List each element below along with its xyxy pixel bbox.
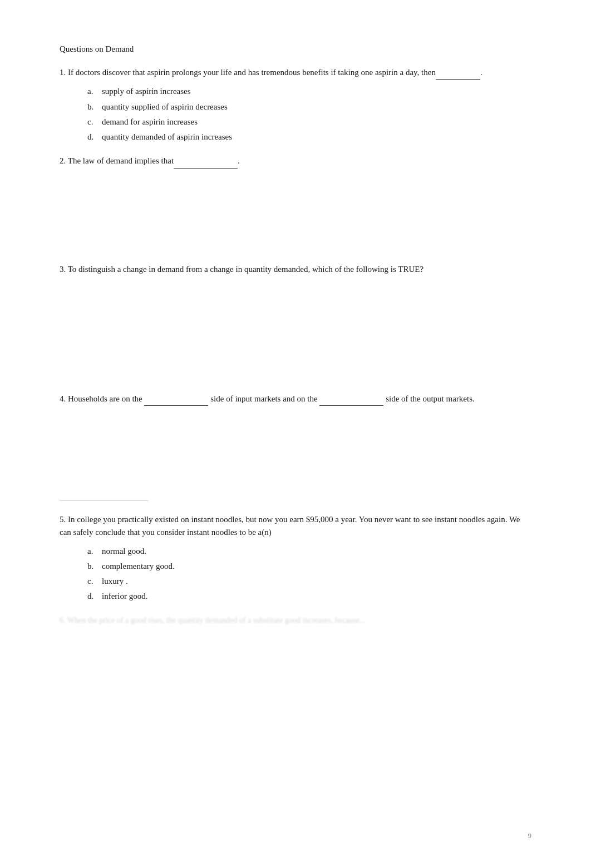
q4-blank2 xyxy=(319,393,383,406)
option-label: b. xyxy=(87,560,97,573)
page-title: Questions on Demand xyxy=(60,44,531,54)
question-5: 5. In college you practically existed on… xyxy=(60,513,531,603)
q2-text-before: 2. The law of demand implies that xyxy=(60,156,174,165)
question-5-text: 5. In college you practically existed on… xyxy=(60,513,531,539)
question-4-text: 4. Households are on the side of input m… xyxy=(60,393,531,406)
question-2: 2. The law of demand implies that . xyxy=(60,155,531,168)
option-text: demand for aspirin increases xyxy=(102,116,198,128)
option-label: d. xyxy=(87,131,97,143)
option-text: quantity demanded of aspirin increases xyxy=(102,131,232,143)
question-3-text: 3. To distinguish a change in demand fro… xyxy=(60,263,531,276)
q4-text-mid2: side of the output markets. xyxy=(386,394,475,403)
q1-blank xyxy=(436,66,480,80)
question-6-blurred: 6. When the price of a good rises, the q… xyxy=(60,614,531,627)
question-3: 3. To distinguish a change in demand fro… xyxy=(60,263,531,276)
option-label: b. xyxy=(87,101,97,113)
option-text: supply of aspirin increases xyxy=(102,85,191,98)
question-4: 4. Households are on the side of input m… xyxy=(60,393,531,406)
q1-text-after: . xyxy=(480,68,482,77)
option-text: normal good. xyxy=(102,545,146,558)
option-text: inferior good. xyxy=(102,590,147,603)
spacer-q4-q5 xyxy=(60,411,531,500)
question-2-text: 2. The law of demand implies that . xyxy=(60,155,531,168)
separator-line xyxy=(60,500,149,501)
question-1-text: 1. If doctors discover that aspirin prol… xyxy=(60,66,531,80)
q1-text-before: 1. If doctors discover that aspirin prol… xyxy=(60,68,436,77)
option-label: c. xyxy=(87,575,97,588)
option-label: d. xyxy=(87,590,97,603)
option-text: complementary good. xyxy=(102,560,175,573)
list-item: d. quantity demanded of aspirin increase… xyxy=(87,131,531,143)
question-1: 1. If doctors discover that aspirin prol… xyxy=(60,66,531,143)
list-item: c. demand for aspirin increases xyxy=(87,116,531,128)
spacer-q3-q4 xyxy=(60,281,531,393)
spacer-q2-q3 xyxy=(60,174,531,263)
q2-blank xyxy=(174,155,238,168)
q4-blank1 xyxy=(144,393,208,406)
option-text: luxury . xyxy=(102,575,128,588)
list-item: b. quantity supplied of aspirin decrease… xyxy=(87,101,531,113)
q4-text-mid1: side of input markets and on the xyxy=(210,394,317,403)
list-item: c. luxury . xyxy=(87,575,531,588)
option-text: quantity supplied of aspirin decreases xyxy=(102,101,228,113)
list-item: a. supply of aspirin increases xyxy=(87,85,531,98)
q2-text-after: . xyxy=(238,156,240,165)
option-label: a. xyxy=(87,545,97,558)
list-item: b. complementary good. xyxy=(87,560,531,573)
option-label: c. xyxy=(87,116,97,128)
page-number: 9 xyxy=(528,831,532,840)
list-item: d. inferior good. xyxy=(87,590,531,603)
q5-options-list: a. normal good. b. complementary good. c… xyxy=(60,545,531,603)
list-item: a. normal good. xyxy=(87,545,531,558)
q4-text-before: 4. Households are on the xyxy=(60,394,142,403)
option-label: a. xyxy=(87,85,97,98)
q1-options-list: a. supply of aspirin increases b. quanti… xyxy=(60,85,531,143)
